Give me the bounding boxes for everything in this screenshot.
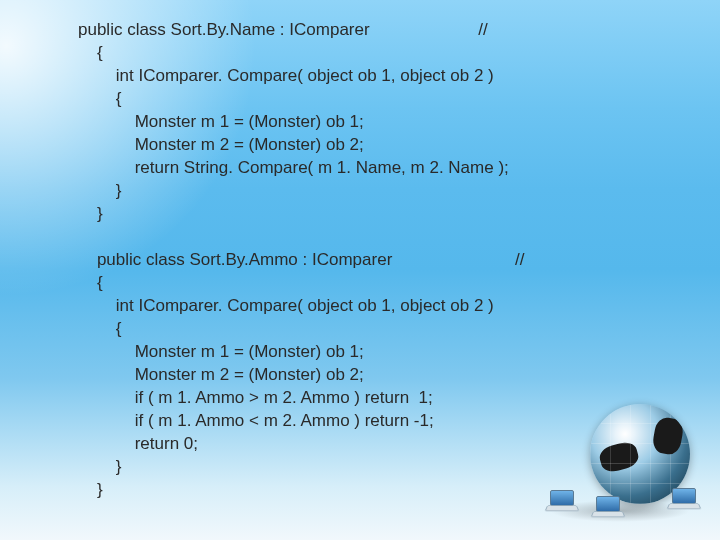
code-line: } bbox=[116, 457, 122, 476]
code-line: { bbox=[97, 43, 103, 62]
code-line: if ( m 1. Ammo > m 2. Ammo ) return 1; bbox=[135, 388, 433, 407]
code-line: int IComparer. Compare( object ob 1, obj… bbox=[116, 66, 494, 85]
code-line: Monster m 1 = (Monster) ob 1; bbox=[135, 342, 364, 361]
code-line: { bbox=[97, 273, 103, 292]
code-line: } bbox=[97, 480, 103, 499]
code-line: { bbox=[116, 89, 122, 108]
code-line: int IComparer. Compare( object ob 1, obj… bbox=[116, 296, 494, 315]
code-line: public class Sort.By.Ammo : IComparer bbox=[97, 250, 392, 269]
code-line: Monster m 2 = (Monster) ob 2; bbox=[135, 365, 364, 384]
laptop-icon bbox=[546, 490, 576, 512]
code-line: public class Sort.By.Name : IComparer bbox=[78, 20, 370, 39]
code-line: return 0; bbox=[135, 434, 198, 453]
slide: public class Sort.By.Name : IComparer //… bbox=[0, 0, 720, 540]
comment-marker: // bbox=[478, 20, 487, 39]
code-line: return String. Compare( m 1. Name, m 2. … bbox=[135, 158, 509, 177]
comment-marker: // bbox=[515, 250, 524, 269]
code-line: Monster m 2 = (Monster) ob 2; bbox=[135, 135, 364, 154]
code-line: { bbox=[116, 319, 122, 338]
code-line: if ( m 1. Ammo < m 2. Ammo ) return -1; bbox=[135, 411, 434, 430]
globe-graphic bbox=[540, 404, 700, 524]
laptop-icon bbox=[592, 496, 622, 518]
code-line: } bbox=[116, 181, 122, 200]
code-line: } bbox=[97, 204, 103, 223]
laptop-icon bbox=[668, 488, 698, 510]
code-line: Monster m 1 = (Monster) ob 1; bbox=[135, 112, 364, 131]
